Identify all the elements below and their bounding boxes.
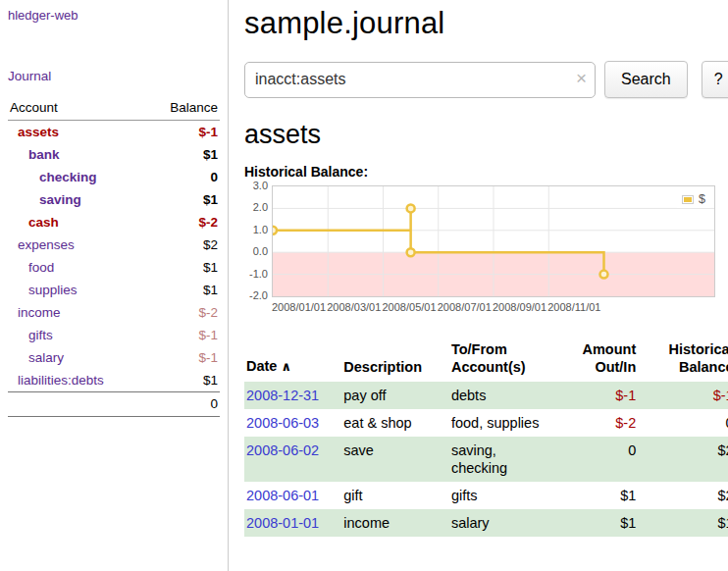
transaction-amount: 0 (550, 437, 638, 482)
account-link[interactable]: checking (39, 170, 97, 184)
column-header-balance: Historical Balance (638, 338, 728, 382)
transaction-date-link[interactable]: 2008-06-03 (246, 415, 319, 431)
register-row: 2008-12-31 pay off debts $-1 $-1 (244, 382, 728, 409)
account-balance: $2 (145, 234, 220, 256)
account-balance: $-1 (145, 121, 220, 144)
transaction-accounts: saving, checking (449, 437, 550, 482)
register-header-row: Date ∧ Description To/From Account(s) Am… (244, 338, 728, 382)
account-link[interactable]: supplies (28, 283, 78, 297)
transaction-description: income (341, 509, 449, 537)
transaction-date-link[interactable]: 2008-06-02 (246, 442, 319, 458)
y-axis-tick-label: 2.0 (253, 201, 268, 213)
transaction-balance: $-1 (638, 382, 728, 409)
legend-label: $ (699, 192, 705, 206)
transaction-accounts: salary (449, 509, 550, 537)
column-header-accounts: To/From Account(s) (449, 338, 550, 382)
accounts-header-balance: Balance (145, 97, 220, 121)
transaction-amount: $-1 (550, 382, 638, 409)
transaction-description: eat & shop (341, 409, 449, 437)
account-balance: $1 (145, 279, 220, 301)
sidebar: hledger-web Journal Account Balance asse… (0, 0, 229, 571)
account-link[interactable]: salary (28, 350, 64, 365)
x-axis-tick-label: 2008/11/01 (547, 301, 600, 313)
transaction-balance: 0 (638, 409, 728, 437)
accounts-table: Account Balance assets $-1 ban (8, 97, 220, 417)
account-balance: $1 (145, 143, 220, 166)
account-balance: $1 (145, 369, 220, 392)
account-row: saving $1 (8, 188, 220, 211)
accounts-header-row: Account Balance (8, 97, 220, 121)
column-header-date[interactable]: Date ∧ (244, 338, 341, 382)
account-link[interactable]: gifts (28, 328, 53, 342)
transaction-balance: $1 (638, 509, 728, 537)
transaction-date-link[interactable]: 2008-01-01 (246, 515, 319, 531)
app-title-link[interactable]: hledger-web (8, 8, 220, 23)
transaction-amount: $1 (550, 509, 638, 537)
account-link[interactable]: expenses (18, 237, 75, 252)
chart-plot-area (272, 185, 715, 297)
account-row: salary $-1 (8, 346, 220, 369)
transaction-balance: $2 (638, 437, 728, 482)
register-row: 2008-06-01 gift gifts $1 $2 (244, 482, 728, 509)
accounts-total-balance: 0 (145, 392, 220, 417)
y-axis-tick-label: -1.0 (249, 268, 268, 280)
chart-title: Historical Balance: (244, 164, 728, 180)
accounts-header-account: Account (8, 97, 145, 121)
account-link[interactable]: food (28, 260, 54, 275)
account-balance: $1 (145, 256, 220, 279)
transaction-balance: $2 (638, 482, 728, 509)
account-row: assets $-1 (8, 121, 220, 144)
search-input[interactable] (244, 62, 596, 98)
y-axis-tick-label: 0.0 (253, 245, 268, 257)
y-axis-tick-label: -2.0 (249, 289, 268, 301)
transaction-accounts: debts (449, 382, 550, 409)
transaction-accounts: food, supplies (449, 409, 550, 437)
legend-color-swatch (682, 195, 694, 204)
account-row: liabilities:debts $1 (8, 369, 220, 392)
x-axis-tick-label: 2008/05/01 (383, 301, 437, 313)
chart-legend: $ (677, 190, 710, 208)
transaction-description: pay off (341, 382, 449, 409)
help-button[interactable]: ? (702, 61, 728, 98)
chart-x-axis: 2008/01/012008/03/012008/05/012008/07/01… (272, 301, 715, 317)
transaction-date-link[interactable]: 2008-06-01 (246, 488, 319, 503)
search-button[interactable]: Search (604, 61, 688, 98)
account-balance: $-2 (145, 301, 220, 324)
register-row: 2008-06-03 eat & shop food, supplies $-2… (244, 409, 728, 437)
page-title: sample.journal (244, 6, 728, 41)
account-balance: $-2 (145, 211, 220, 234)
account-row: bank $1 (8, 143, 220, 166)
chart-svg (273, 186, 714, 296)
transaction-accounts: gifts (449, 482, 550, 509)
historical-balance-chart: 3.02.01.00.0-1.0-2.0 $ 2008/01/012008/03… (244, 185, 719, 321)
clear-search-icon[interactable]: × (576, 68, 587, 89)
search-bar: × Search ? (244, 61, 728, 98)
account-heading: assets (244, 120, 728, 150)
transaction-description: gift (341, 482, 449, 509)
account-balance: $-1 (145, 324, 220, 346)
x-axis-tick-label: 2008/03/01 (327, 301, 381, 313)
y-axis-tick-label: 3.0 (253, 180, 268, 191)
account-row: supplies $1 (8, 279, 220, 301)
account-link[interactable]: saving (39, 192, 81, 207)
account-link[interactable]: bank (28, 147, 60, 162)
x-axis-tick-label: 2008/09/01 (493, 301, 546, 313)
column-header-description: Description (341, 338, 449, 382)
sort-ascending-icon: ∧ (281, 359, 291, 374)
account-balance: $-1 (145, 346, 220, 369)
account-link[interactable]: liabilities:debts (18, 373, 104, 388)
account-link[interactable]: cash (28, 215, 59, 230)
sidebar-item-journal[interactable]: Journal (8, 69, 220, 83)
transaction-description: save (341, 437, 449, 482)
account-row: income $-2 (8, 301, 220, 324)
account-link[interactable]: income (18, 305, 61, 320)
account-balance: $1 (145, 188, 220, 211)
transaction-date-link[interactable]: 2008-12-31 (246, 388, 319, 403)
account-row: checking 0 (8, 166, 220, 188)
account-link[interactable]: assets (18, 125, 59, 139)
account-row: expenses $2 (8, 234, 220, 256)
transaction-amount: $1 (550, 482, 638, 509)
account-row: gifts $-1 (8, 324, 220, 346)
account-row: food $1 (8, 256, 220, 279)
register-row: 2008-06-02 save saving, checking 0 $2 (244, 437, 728, 482)
